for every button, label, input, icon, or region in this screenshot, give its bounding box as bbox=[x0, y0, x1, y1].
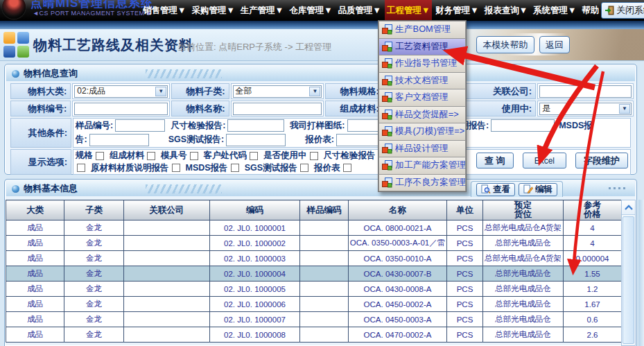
in-use-select[interactable]: 是 bbox=[539, 103, 632, 115]
material-code-cell bbox=[72, 101, 170, 116]
page-scrollbar-strip[interactable] bbox=[638, 200, 644, 346]
material-query-panel: 物料信息查询 物料大类: 02:成品 物料子类: 全部 物料规格: 关联公司: bbox=[4, 64, 637, 175]
opt-raw-report-checkbox[interactable] bbox=[172, 164, 180, 172]
menu-engineering[interactable]: 工程管理▼ bbox=[385, 0, 432, 21]
material-code-label: 物料编号: bbox=[10, 101, 71, 116]
top-menu-bar: 点晴MIS管理信息系统 ◄CS PORT MANAGMENT SYSTEM ► … bbox=[0, 0, 644, 21]
menu-sales[interactable]: 销售管理▼ bbox=[141, 0, 188, 21]
edit-button-label: 编辑 bbox=[535, 184, 552, 196]
material-category-value: 02:成品 bbox=[77, 85, 105, 97]
chevron-down-icon[interactable] bbox=[619, 104, 630, 114]
close-system-button[interactable]: 关闭系统 bbox=[601, 2, 644, 19]
scrollbar-thumb[interactable] bbox=[623, 216, 634, 344]
menu-system[interactable]: 系统管理▼ bbox=[531, 0, 578, 21]
opt-component-checkbox[interactable] bbox=[147, 152, 155, 160]
dropdown-item-tech-docs[interactable]: 技术文档管理 bbox=[378, 72, 466, 90]
query-panel-header: 物料信息查询 bbox=[6, 66, 635, 81]
view-magnifier-icon bbox=[481, 184, 491, 194]
other-conditions-line2: 告: SGS测试报告: 报价表: bbox=[76, 133, 628, 148]
material-category-cell: 02:成品 bbox=[72, 83, 170, 99]
table-row-selected[interactable]: 成品金龙02. JL0. 1000004OCA. 0430-0007-BPCS总… bbox=[6, 266, 622, 282]
window-squares-icon bbox=[382, 76, 392, 86]
table-scrollbar[interactable] bbox=[621, 200, 636, 346]
table-row[interactable]: 成品金龙02. JL0. 1000006OCA. 0450-0002-APCS总… bbox=[6, 297, 622, 312]
raw-material-report-input[interactable] bbox=[491, 119, 555, 132]
query-button[interactable]: 查 询 bbox=[476, 153, 514, 168]
chevron-up-icon bbox=[623, 204, 634, 211]
table-row[interactable]: 成品金龙02. JL0. 1000002OCA. 0350-0003-A-01／… bbox=[6, 236, 622, 251]
material-subcategory-cell: 全部 bbox=[231, 83, 324, 99]
menu-warehouse[interactable]: 仓库管理▼ bbox=[287, 0, 334, 21]
dropdown-item-production-bom[interactable]: 生产BOM管理 bbox=[378, 21, 466, 39]
page-title: 物料工艺路线及相关资料 bbox=[33, 36, 193, 55]
main-menu: 销售管理▼ 采购管理▼ 生产管理▼ 仓库管理▼ 品质管理▼ 工程管理▼ 财务管理… bbox=[141, 0, 610, 21]
opt-quotation-checkbox[interactable] bbox=[343, 164, 351, 172]
table-row[interactable]: 成品金龙02. JL0. 1000001OCA. 0800-0021-APCS总… bbox=[6, 220, 622, 236]
dropdown-item-mold-mgmt[interactable]: 模具(刀模)管理=> bbox=[378, 123, 466, 141]
dropdown-item-sample-delivery[interactable]: 样品交货提醒=> bbox=[378, 106, 466, 124]
dropdown-item-process-data[interactable]: 工艺资料管理 bbox=[378, 38, 466, 56]
back-button[interactable]: 返回 bbox=[539, 36, 570, 53]
related-company-input[interactable] bbox=[539, 85, 632, 98]
sample-no-label: 样品编号: bbox=[76, 120, 113, 132]
edit-button[interactable]: 编辑 bbox=[519, 183, 557, 196]
table-row[interactable]: 成品金龙02. JL0. 1000003OCA. 0350-0010-APCS总… bbox=[6, 251, 622, 266]
col-price: 参考价格 bbox=[564, 200, 622, 220]
menu-finance[interactable]: 财务管理▼ bbox=[433, 0, 480, 21]
chevron-down-icon[interactable] bbox=[309, 87, 320, 96]
excel-export-button[interactable]: Excel bbox=[523, 153, 566, 168]
view-button[interactable]: 查看 bbox=[476, 183, 515, 196]
table-row[interactable]: 成品金龙02. JL0. 1000005OCA. 0430-0008-APCS总… bbox=[6, 282, 622, 297]
query-panel-title: 物料信息查询 bbox=[24, 67, 78, 80]
opt-in-use-label: 是否使用中 bbox=[263, 150, 307, 162]
dropdown-item-sample-design[interactable]: 样品设计管理 bbox=[378, 140, 466, 158]
material-category-select[interactable]: 02:成品 bbox=[74, 85, 168, 98]
related-company-cell bbox=[537, 83, 634, 99]
material-subcategory-select[interactable]: 全部 bbox=[233, 85, 322, 98]
opt-spec-checkbox[interactable] bbox=[96, 152, 104, 160]
msds-report-label-wrap1: MSDS报 bbox=[559, 120, 593, 132]
panel-drag-handle[interactable] bbox=[609, 187, 625, 189]
sgs-report-input[interactable] bbox=[226, 134, 286, 146]
display-options-label: 显示选项: bbox=[10, 149, 71, 175]
material-code-input[interactable] bbox=[74, 103, 168, 115]
opt-our-drawing-checkbox[interactable] bbox=[77, 164, 85, 172]
menu-reports[interactable]: 报表查询▼ bbox=[482, 0, 530, 21]
opt-in-use-checkbox[interactable] bbox=[310, 152, 318, 160]
menu-quality[interactable]: 品质管理▼ bbox=[336, 0, 383, 21]
window-squares-icon bbox=[382, 58, 392, 69]
breadcrumb: 当前位置: 点晴ERP子系统 -> 工程管理 bbox=[177, 41, 331, 53]
menu-purchase[interactable]: 采购管理▼ bbox=[189, 0, 236, 21]
opt-quotation-label: 报价表 bbox=[314, 162, 340, 174]
query-buttons: 查 询 Excel 字段维护 bbox=[476, 153, 628, 168]
dropdown-item-work-instruction[interactable]: 作业指导书管理 bbox=[378, 55, 466, 73]
app-subtitle: ◄CS PORT MANAGMENT SYSTEM ► bbox=[33, 10, 153, 17]
opt-sgs-checkbox[interactable] bbox=[300, 164, 308, 172]
sample-no-input[interactable] bbox=[115, 119, 165, 132]
module-help-button[interactable]: 本模块帮助 bbox=[476, 36, 534, 53]
table-row[interactable]: 成品金龙02. JL0. 1000007OCA. 0450-0003-APCS总… bbox=[6, 312, 622, 327]
menu-production[interactable]: 生产管理▼ bbox=[238, 0, 286, 21]
opt-customer-code-checkbox[interactable] bbox=[250, 152, 258, 160]
hatch-decoration bbox=[146, 184, 222, 193]
scroll-up-button[interactable] bbox=[622, 200, 635, 215]
dropdown-item-customer-docs[interactable]: 客户文档管理 bbox=[378, 89, 466, 107]
col-code: 编码 bbox=[210, 200, 300, 220]
info-panel-header: 物料基本信息 查看 编辑 bbox=[6, 181, 635, 196]
dropdown-item-defect-plan[interactable]: 工序不良方案管理 bbox=[378, 174, 466, 192]
material-name-label: 物料名称: bbox=[171, 101, 229, 116]
chevron-down-icon[interactable] bbox=[155, 87, 166, 96]
opt-mold-checkbox[interactable] bbox=[190, 152, 198, 160]
opt-sgs-label: SGS测试报告 bbox=[245, 162, 297, 174]
dropdown-item-capacity-plan[interactable]: 加工产能方案管理 bbox=[378, 157, 466, 175]
size-report-input[interactable] bbox=[227, 119, 284, 132]
sgs-report-label: SGS测试报告: bbox=[168, 134, 225, 146]
field-maintain-button[interactable]: 字段维护 bbox=[575, 153, 628, 168]
table-row[interactable]: 成品金龙02. JL0. 1000008OCA. 0470-0002-APCS总… bbox=[6, 327, 622, 343]
material-name-input[interactable] bbox=[233, 103, 322, 115]
opt-customer-code-label: 客户处代码 bbox=[204, 150, 247, 162]
col-sample-code: 样品编码 bbox=[300, 200, 349, 220]
opt-msds-checkbox[interactable] bbox=[231, 164, 239, 172]
form-row-other-conditions: 其他条件: 样品编号: 尺寸检验报告: 我司打样图纸: 原材料材质说明报告: M… bbox=[10, 118, 634, 148]
msds-report-input[interactable] bbox=[89, 134, 149, 146]
